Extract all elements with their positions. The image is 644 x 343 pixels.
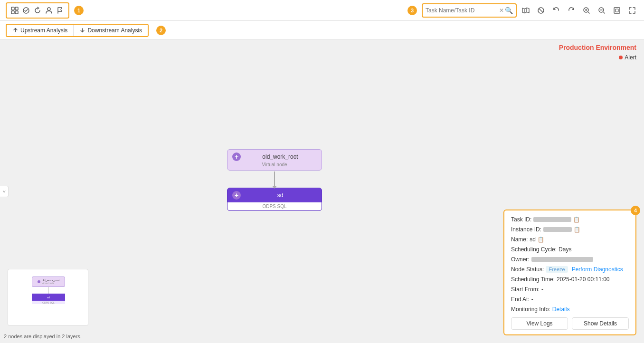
sql-node-top: + sd xyxy=(227,188,322,202)
svg-rect-3 xyxy=(15,11,18,14)
upstream-btn-label: Upstream Analysis xyxy=(20,27,67,34)
minimap-arrow xyxy=(48,287,48,294)
minimap-sql-top: sd xyxy=(32,294,65,301)
scheduling-cycle-row: Scheduling Cycle: Days xyxy=(511,246,629,253)
search-icon[interactable]: 🔍 xyxy=(505,7,513,14)
ban-icon[interactable] xyxy=(535,4,547,17)
virtual-node[interactable]: + old_work_root Virtual node xyxy=(227,149,322,171)
check-icon[interactable] xyxy=(21,5,31,16)
start-from-label: Start From: xyxy=(511,286,540,293)
flag-icon[interactable] xyxy=(55,5,66,16)
diagnostics-link[interactable]: Perform Diagnostics xyxy=(572,266,623,273)
owner-label: Owner: xyxy=(511,256,530,263)
start-from-value: - xyxy=(541,286,543,293)
refresh-icon[interactable] xyxy=(32,5,43,16)
monitoring-row: Monitoring Info: Details xyxy=(511,306,629,313)
sql-node-type: ODPS SQL xyxy=(262,204,286,209)
owner-value-blur xyxy=(531,257,593,262)
search-clear-icon[interactable]: ✕ xyxy=(499,7,504,14)
main-canvas: Production Environment Alert > + old_wor… xyxy=(0,40,644,343)
svg-rect-0 xyxy=(11,7,14,10)
zoom-out-icon[interactable] xyxy=(596,4,608,17)
upstream-analysis-button[interactable]: Upstream Analysis xyxy=(7,25,74,36)
minimap-sql-type: ODPS SQL xyxy=(42,301,55,304)
scheduling-time-value: 2025-01-20 00:11:00 xyxy=(557,276,609,283)
sql-node-bottom: ODPS SQL xyxy=(227,202,322,210)
name-row: Name: sd 📋 xyxy=(511,236,629,243)
analysis-btn-group: Upstream Analysis Downstream Analysis xyxy=(6,24,149,37)
downstream-btn-label: Downstream Analysis xyxy=(87,27,142,34)
toolbar-badge-1: 1 xyxy=(74,6,84,15)
virtual-node-header: + old_work_root xyxy=(232,152,317,161)
instance-id-value-blur xyxy=(543,227,572,232)
toolbar-badge-3: 3 xyxy=(407,6,417,15)
fit-icon[interactable] xyxy=(611,4,623,17)
show-details-button[interactable]: Show Details xyxy=(572,317,629,330)
upstream-icon xyxy=(12,27,19,33)
scheduling-time-label: Scheduling Time: xyxy=(511,276,555,283)
search-input[interactable] xyxy=(426,7,499,14)
sql-node-title: sd xyxy=(244,192,317,199)
fullscreen-icon[interactable] xyxy=(626,4,638,17)
virtual-node-container: + old_work_root Virtual node + sd ODPS S… xyxy=(227,149,322,211)
zoom-in-icon[interactable] xyxy=(580,4,593,17)
owner-row: Owner: xyxy=(511,256,629,263)
scheduling-cycle-value: Days xyxy=(559,246,571,253)
svg-rect-1 xyxy=(15,7,18,10)
virtual-node-title: old_work_root xyxy=(244,153,317,160)
scheduling-cycle-label: Scheduling Cycle: xyxy=(511,246,557,253)
monitoring-details-link[interactable]: Details xyxy=(552,306,570,313)
analysis-badge-2: 2 xyxy=(156,26,166,35)
end-at-value: - xyxy=(531,296,533,303)
undo-icon[interactable] xyxy=(550,4,562,17)
toolbar-icon-group xyxy=(6,2,69,19)
task-id-value-blur xyxy=(533,217,571,222)
minimap-sql-bottom: ODPS SQL xyxy=(32,301,65,304)
minimap-virtual-node: old_work_root Virtual node xyxy=(32,276,65,287)
virtual-node-plus-icon: + xyxy=(232,152,241,161)
node-status-row: Node Status: Freeze Perform Diagnostics xyxy=(511,266,629,273)
node-count-label: 2 nodes are displayed in 2 layers. xyxy=(4,333,82,339)
instance-id-label: Instance ID: xyxy=(511,226,541,233)
minimap: old_work_root Virtual node sd ODPS SQL xyxy=(8,269,88,326)
detail-panel: 4 Task ID: 📋 Instance ID: 📋 Name: sd 📋 S… xyxy=(503,210,636,335)
sql-node[interactable]: + sd ODPS SQL xyxy=(227,188,322,211)
minimap-sql-name: sd xyxy=(47,296,50,299)
start-from-row: Start From: - xyxy=(511,286,629,293)
map-icon[interactable] xyxy=(520,4,532,17)
instance-id-copy-icon[interactable]: 📋 xyxy=(574,227,580,233)
sql-node-plus-icon: + xyxy=(232,191,241,200)
grid-icon[interactable] xyxy=(9,5,20,16)
name-label: Name: xyxy=(511,236,528,243)
downstream-analysis-button[interactable]: Downstream Analysis xyxy=(74,25,148,36)
node-status-label: Node Status: xyxy=(511,266,544,273)
top-toolbar: 1 3 ✕ 🔍 xyxy=(0,0,644,21)
minimap-sql-node: sd ODPS SQL xyxy=(32,294,65,304)
svg-rect-2 xyxy=(11,11,14,14)
svg-rect-9 xyxy=(614,8,620,13)
end-at-label: End At: xyxy=(511,296,530,303)
name-copy-icon[interactable]: 📋 xyxy=(538,237,544,243)
instance-id-row: Instance ID: 📋 xyxy=(511,226,629,233)
toolbar-left: 1 xyxy=(6,2,84,19)
analysis-toolbar: Upstream Analysis Downstream Analysis 2 xyxy=(0,21,644,40)
toolbar-right: 3 ✕ 🔍 xyxy=(407,3,638,18)
task-id-row: Task ID: 📋 xyxy=(511,216,629,223)
freeze-badge: Freeze xyxy=(546,266,568,273)
virtual-node-subtitle: Virtual node xyxy=(262,162,287,167)
detail-buttons-group: View Logs Show Details xyxy=(511,317,629,330)
monitoring-label: Monitoring Info: xyxy=(511,306,550,313)
svg-rect-10 xyxy=(616,9,618,12)
name-value: sd xyxy=(530,236,536,243)
svg-point-5 xyxy=(47,8,50,10)
detail-badge-4: 4 xyxy=(631,206,640,215)
end-at-row: End At: - xyxy=(511,296,629,303)
task-id-label: Task ID: xyxy=(511,216,531,223)
view-logs-button[interactable]: View Logs xyxy=(511,317,568,330)
minimap-virtual-type: Virtual node xyxy=(42,282,60,285)
user-icon[interactable] xyxy=(44,5,54,16)
node-arrow xyxy=(274,172,275,186)
redo-icon[interactable] xyxy=(565,4,578,17)
scheduling-time-row: Scheduling Time: 2025-01-20 00:11:00 xyxy=(511,276,629,283)
task-id-copy-icon[interactable]: 📋 xyxy=(573,217,580,223)
